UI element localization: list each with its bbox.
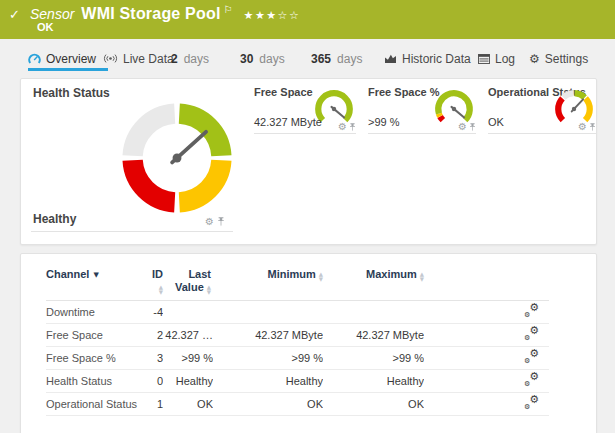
- sort-icon: ▲▼: [159, 285, 163, 294]
- mini-gauge-panels: Free Space 42.327 MByte ⚙ Free Space %: [254, 85, 596, 134]
- channel-id: 0: [146, 370, 163, 393]
- channel-maximum: Healthy: [323, 370, 424, 393]
- health-status-title: Health Status: [33, 86, 110, 100]
- health-status-value: Healthy: [33, 212, 76, 226]
- pin-icon[interactable]: [469, 123, 476, 132]
- tab-settings[interactable]: ⚙ Settings: [529, 48, 588, 69]
- channel-name: Operational Status: [46, 393, 146, 416]
- channel-settings-icon[interactable]: ⚙⚙: [524, 397, 539, 410]
- gauges-card: Health Status Healthy ⚙ Free Space 42.32…: [20, 78, 597, 245]
- priority-flag-icon[interactable]: ⚐: [224, 4, 233, 15]
- tab-bar: Overview Live Data 2days 30days 365days …: [0, 48, 615, 72]
- channel-gear-icon[interactable]: ⚙: [578, 122, 587, 132]
- sort-icon: ▲▼: [207, 285, 211, 294]
- channel-maximum: 42.327 MByte: [323, 324, 424, 347]
- channel-gear-icon[interactable]: ⚙: [205, 217, 214, 227]
- channel-settings-icon[interactable]: ⚙⚙: [524, 374, 539, 387]
- channel-minimum: Healthy: [213, 370, 323, 393]
- live-data-icon: [103, 53, 118, 64]
- channel-id: -4: [146, 301, 163, 324]
- tab-overview[interactable]: Overview: [28, 48, 108, 69]
- sensor-status-text: OK: [37, 21, 54, 33]
- channel-minimum: [213, 301, 323, 324]
- channel-last-value: 42.327 …: [163, 324, 213, 347]
- channel-minimum: >99 %: [213, 347, 323, 370]
- object-type-label: Sensor: [30, 6, 74, 22]
- free-space-value: 42.327 MByte: [254, 116, 322, 128]
- check-icon: ✓: [9, 7, 20, 22]
- tab-live-data-label: Live Data: [123, 52, 174, 66]
- tab-historic-data-label: Historic Data: [402, 52, 471, 66]
- panel-operational-status: Operational Status OK ⚙: [488, 85, 596, 134]
- column-header-channel[interactable]: Channel▼: [46, 268, 146, 301]
- table-row: Operational Status 1 OK OK OK ⚙⚙: [46, 393, 549, 416]
- health-status-gauge: [119, 100, 235, 216]
- channel-id: 3: [146, 347, 163, 370]
- tab-overview-label: Overview: [46, 52, 96, 66]
- gauge-icon: [28, 53, 41, 65]
- channel-id: 1: [146, 393, 163, 416]
- tab-historic-data[interactable]: Historic Data: [384, 48, 471, 69]
- tab-live-data[interactable]: Live Data: [103, 48, 174, 69]
- column-header-last-value[interactable]: Last Value▲▼: [163, 268, 213, 301]
- chart-icon: [384, 53, 397, 64]
- channels-table: Channel▼ ID▲▼ Last Value▲▼ Minimum▲▼ Max…: [46, 268, 549, 416]
- operational-status-value: OK: [488, 116, 504, 128]
- channel-gear-icon[interactable]: ⚙: [338, 122, 347, 132]
- channel-id: 2: [146, 324, 163, 347]
- column-header-id[interactable]: ID▲▼: [146, 268, 163, 301]
- pin-icon[interactable]: [217, 217, 225, 227]
- table-row: Free Space 2 42.327 … 42.327 MByte 42.32…: [46, 324, 549, 347]
- tab-2-days[interactable]: 2days: [171, 48, 209, 69]
- tab-settings-label: Settings: [545, 52, 588, 66]
- gear-icon: ⚙: [529, 52, 540, 66]
- channel-settings-icon[interactable]: ⚙⚙: [524, 328, 539, 341]
- channel-last-value: [163, 301, 213, 324]
- channel-name: Free Space %: [46, 347, 146, 370]
- table-row: Downtime -4 ⚙⚙: [46, 301, 549, 324]
- channel-minimum: OK: [213, 393, 323, 416]
- column-header-minimum[interactable]: Minimum▲▼: [213, 268, 323, 301]
- log-icon: [478, 54, 490, 64]
- channel-gear-icon[interactable]: ⚙: [458, 122, 467, 132]
- table-row: Health Status 0 Healthy Healthy Healthy …: [46, 370, 549, 393]
- panel-free-space-pct: Free Space % >99 % ⚙: [368, 85, 476, 134]
- column-header-actions: [424, 268, 549, 301]
- table-header-row: Channel▼ ID▲▼ Last Value▲▼ Minimum▲▼ Max…: [46, 268, 549, 301]
- channel-maximum: [323, 301, 424, 324]
- channel-settings-icon[interactable]: ⚙⚙: [524, 351, 539, 364]
- pin-icon[interactable]: [349, 123, 356, 132]
- page-title: WMI Storage Pool: [81, 5, 220, 23]
- channel-minimum: 42.327 MByte: [213, 324, 323, 347]
- sort-icon: ▲▼: [420, 272, 424, 281]
- column-header-maximum[interactable]: Maximum▲▼: [323, 268, 424, 301]
- divider: [31, 231, 233, 232]
- channel-name: Downtime: [46, 301, 146, 324]
- free-space-pct-value: >99 %: [368, 116, 400, 128]
- channel-last-value: >99 %: [163, 347, 213, 370]
- channel-name: Free Space: [46, 324, 146, 347]
- panel-free-space: Free Space 42.327 MByte ⚙: [254, 85, 356, 134]
- channel-settings-icon[interactable]: ⚙⚙: [524, 305, 539, 318]
- tab-log-label: Log: [495, 52, 515, 66]
- channel-maximum: >99 %: [323, 347, 424, 370]
- channel-name: Health Status: [46, 370, 146, 393]
- channel-last-value: OK: [163, 393, 213, 416]
- dropdown-icon: ▼: [93, 271, 98, 279]
- channel-maximum: OK: [323, 393, 424, 416]
- channel-last-value: Healthy: [163, 370, 213, 393]
- pin-icon[interactable]: [589, 123, 596, 132]
- channels-card: Channel▼ ID▲▼ Last Value▲▼ Minimum▲▼ Max…: [20, 253, 597, 433]
- tab-30-days[interactable]: 30days: [240, 48, 285, 69]
- tab-log[interactable]: Log: [478, 48, 515, 69]
- tab-365-days[interactable]: 365days: [311, 48, 362, 69]
- sensor-status-bar: ✓ Sensor WMI Storage Pool ⚐ ★★★☆☆ OK: [0, 0, 615, 39]
- priority-stars[interactable]: ★★★☆☆: [244, 9, 301, 22]
- sort-icon: ▲▼: [319, 272, 323, 281]
- table-row: Free Space % 3 >99 % >99 % >99 % ⚙⚙: [46, 347, 549, 370]
